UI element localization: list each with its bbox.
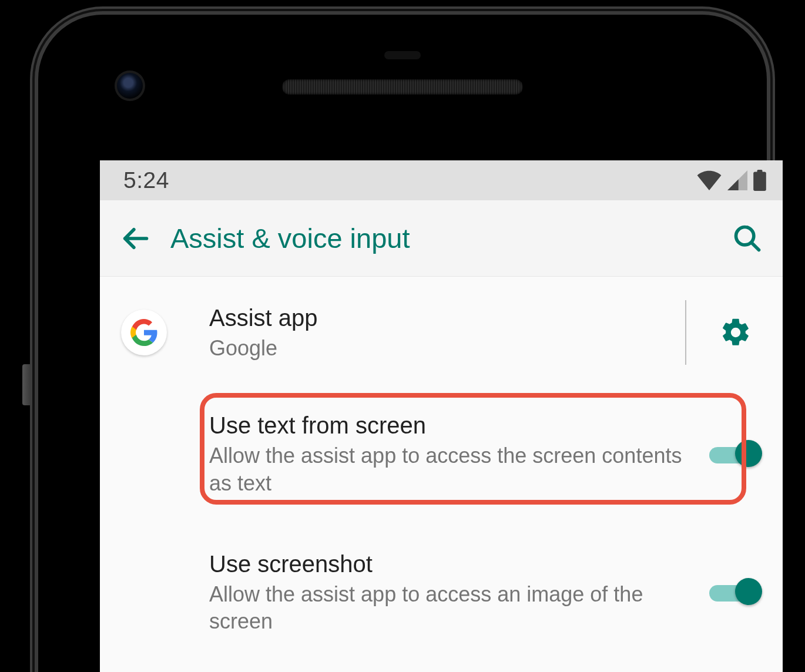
- wifi-icon: [697, 170, 722, 190]
- use-screenshot-title: Use screenshot: [209, 549, 689, 579]
- proximity-sensor: [384, 51, 421, 59]
- use-text-row[interactable]: Use text from screen Allow the assist ap…: [100, 382, 783, 526]
- assist-app-row[interactable]: Assist app Google: [100, 283, 783, 382]
- use-text-subtitle: Allow the assist app to access the scree…: [209, 442, 689, 498]
- svg-line-3: [752, 242, 759, 250]
- clock: 5:24: [123, 167, 169, 193]
- use-screenshot-row[interactable]: Use screenshot Allow the assist app to a…: [100, 526, 783, 654]
- side-button: [22, 364, 35, 405]
- svg-rect-1: [757, 170, 763, 173]
- app-bar: Assist & voice input: [100, 200, 783, 277]
- divider: [685, 300, 686, 365]
- battery-icon: [753, 170, 766, 191]
- assist-app-settings-button[interactable]: [706, 316, 765, 349]
- settings-list: Assist app Google Use text from screen A…: [100, 277, 783, 653]
- earpiece-speaker: [282, 79, 523, 95]
- cellular-icon: [726, 170, 749, 190]
- search-icon: [732, 223, 763, 254]
- use-text-toggle[interactable]: [709, 440, 762, 468]
- gear-icon: [719, 316, 752, 349]
- screen: 5:24: [100, 160, 783, 672]
- use-text-title: Use text from screen: [209, 411, 689, 440]
- page-title: Assist & voice input: [170, 222, 410, 254]
- front-camera: [115, 70, 145, 101]
- svg-rect-0: [753, 172, 766, 191]
- assist-app-title: Assist app: [209, 303, 665, 332]
- status-bar: 5:24: [100, 160, 783, 200]
- google-logo-icon: [121, 310, 167, 355]
- use-screenshot-toggle[interactable]: [709, 578, 762, 606]
- back-button[interactable]: [114, 217, 156, 260]
- use-screenshot-subtitle: Allow the assist app to access an image …: [209, 581, 689, 636]
- search-button[interactable]: [726, 217, 769, 260]
- phone-frame: 5:24: [38, 15, 767, 672]
- arrow-back-icon: [120, 223, 150, 254]
- assist-app-subtitle: Google: [209, 335, 665, 362]
